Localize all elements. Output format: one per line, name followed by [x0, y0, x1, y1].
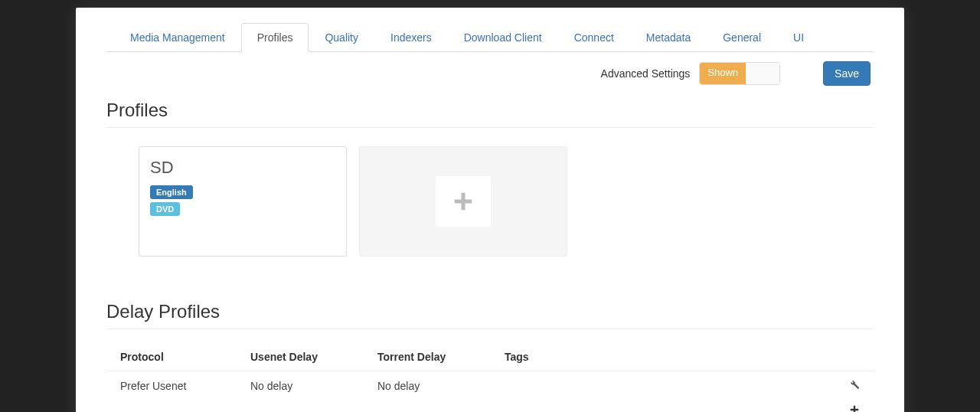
save-button[interactable]: Save: [823, 61, 871, 86]
tab-quality[interactable]: Quality: [309, 23, 374, 52]
cell-usenet-delay: No delay: [250, 380, 377, 392]
cutoff-badge: DVD: [150, 202, 180, 216]
cell-torrent-delay: No delay: [377, 380, 505, 392]
tab-indexers[interactable]: Indexers: [374, 23, 448, 52]
delay-profiles-section: Delay Profiles Protocol Usenet Delay Tor…: [106, 287, 874, 412]
delay-profiles-title: Delay Profiles: [106, 287, 874, 329]
profile-cards-row: SD English DVD: [139, 146, 874, 257]
settings-tabs: Media Management Profiles Quality Indexe…: [106, 23, 874, 52]
content: Profiles SD English DVD Delay Profiles P…: [76, 86, 904, 412]
tab-profiles[interactable]: Profiles: [241, 23, 309, 52]
plus-icon: [849, 404, 860, 412]
table-header: Protocol Usenet Delay Torrent Delay Tags: [106, 343, 874, 371]
plus-box: [436, 176, 491, 227]
tab-metadata[interactable]: Metadata: [630, 23, 707, 52]
delay-profiles-table: Protocol Usenet Delay Torrent Delay Tags…: [106, 343, 874, 412]
table-row: Prefer Usenet No delay No delay: [106, 371, 874, 400]
tab-ui[interactable]: UI: [777, 23, 820, 52]
edit-delay-profile-button[interactable]: [849, 379, 860, 392]
col-torrent-delay: Torrent Delay: [377, 351, 505, 363]
profile-card-sd[interactable]: SD English DVD: [139, 146, 347, 257]
toggle-shown-label: Shown: [700, 63, 746, 84]
settings-panel: Media Management Profiles Quality Indexe…: [76, 8, 904, 412]
add-delay-profile-button[interactable]: [849, 404, 860, 412]
advanced-settings-label: Advanced Settings: [601, 67, 691, 80]
col-tags: Tags: [505, 351, 814, 363]
cell-protocol: Prefer Usenet: [120, 380, 250, 392]
tab-connect[interactable]: Connect: [558, 23, 630, 52]
profiles-section-title: Profiles: [106, 86, 874, 128]
tab-download-client[interactable]: Download Client: [448, 23, 558, 52]
profile-card-title: SD: [150, 158, 335, 178]
toolbar: Advanced Settings Shown Save: [76, 52, 904, 86]
tab-media-management[interactable]: Media Management: [114, 23, 241, 52]
wrench-icon: [849, 379, 860, 390]
add-profile-card[interactable]: [359, 146, 567, 257]
col-protocol: Protocol: [120, 351, 250, 363]
tab-general[interactable]: General: [707, 23, 777, 52]
col-usenet-delay: Usenet Delay: [250, 351, 377, 363]
language-badge: English: [150, 185, 193, 199]
toggle-off-space: [746, 63, 779, 84]
advanced-settings-toggle[interactable]: Shown: [699, 62, 780, 85]
add-row: [106, 400, 874, 412]
plus-icon: [452, 190, 475, 213]
